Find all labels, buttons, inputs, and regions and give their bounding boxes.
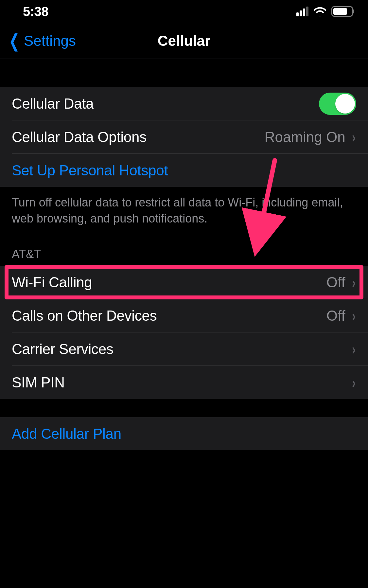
status-bar: 5:38 [0, 0, 368, 23]
sim-pin-label: SIM PIN [12, 374, 65, 391]
wifi-calling-value: Off [326, 274, 345, 291]
wifi-calling-row[interactable]: Wi-Fi Calling Off › [0, 266, 368, 299]
nav-bar: ❮ Settings Cellular [0, 23, 368, 59]
chevron-right-icon: › [352, 308, 356, 323]
cellular-data-options-value: Roaming On [265, 129, 345, 145]
chevron-right-icon: › [352, 275, 356, 290]
wifi-icon [313, 7, 327, 16]
add-plan-group: Add Cellular Plan [0, 417, 368, 450]
battery-icon [331, 6, 353, 17]
cellular-data-label: Cellular Data [12, 96, 94, 112]
carrier-services-label: Carrier Services [12, 341, 114, 357]
wifi-calling-label: Wi-Fi Calling [12, 274, 92, 291]
chevron-left-icon: ❮ [9, 32, 20, 50]
cellular-data-toggle[interactable] [319, 93, 356, 115]
carrier-section-header: AT&T [0, 236, 368, 266]
cellular-data-options-label: Cellular Data Options [12, 129, 147, 145]
personal-hotspot-label: Set Up Personal Hotspot [12, 162, 168, 179]
personal-hotspot-row[interactable]: Set Up Personal Hotspot [0, 154, 368, 187]
chevron-right-icon: › [352, 130, 356, 145]
sim-pin-row[interactable]: SIM PIN › [0, 366, 368, 399]
calls-other-devices-label: Calls on Other Devices [12, 308, 157, 324]
cellular-footer-text: Turn off cellular data to restrict all d… [0, 187, 368, 236]
back-button[interactable]: ❮ Settings [0, 32, 76, 50]
carrier-group: Wi-Fi Calling Off › Calls on Other Devic… [0, 266, 368, 399]
calls-other-devices-value: Off [326, 308, 345, 324]
status-icons [296, 6, 353, 17]
add-cellular-plan-row[interactable]: Add Cellular Plan [0, 417, 368, 450]
carrier-services-row[interactable]: Carrier Services › [0, 332, 368, 365]
cellular-data-group: Cellular Data Cellular Data Options Roam… [0, 87, 368, 187]
status-time: 5:38 [23, 4, 48, 19]
cellular-data-row[interactable]: Cellular Data [0, 87, 368, 120]
chevron-right-icon: › [352, 342, 356, 357]
calls-other-devices-row[interactable]: Calls on Other Devices Off › [0, 299, 368, 332]
chevron-right-icon: › [352, 375, 356, 390]
cellular-data-options-row[interactable]: Cellular Data Options Roaming On › [0, 120, 368, 153]
add-cellular-plan-label: Add Cellular Plan [12, 426, 121, 442]
back-label: Settings [24, 33, 76, 49]
cellular-signal-icon [296, 7, 308, 16]
page-title: Cellular [158, 33, 210, 49]
